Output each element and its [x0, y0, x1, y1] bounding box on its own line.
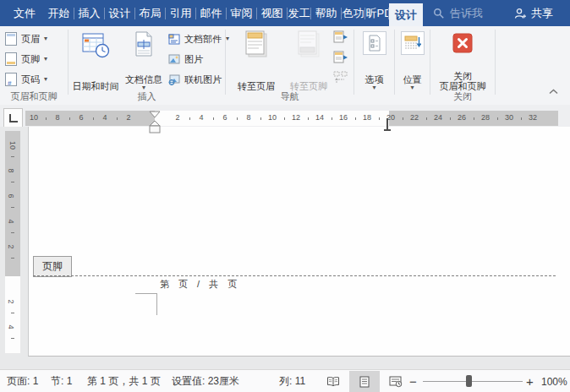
print-layout-button[interactable] — [349, 371, 380, 392]
status-setting[interactable]: 设置值: 23厘米 — [172, 370, 239, 392]
titlebar-tab-11[interactable]: 特色功能 — [342, 0, 364, 26]
ruler-tick — [403, 117, 403, 120]
titlebar-tab-8[interactable]: 视图 — [257, 0, 287, 26]
quick-parts-button[interactable]: 文档部件 ▾ — [168, 30, 229, 47]
ruler-number: 10 — [30, 113, 38, 122]
titlebar-tab-7[interactable]: 审阅 — [227, 0, 256, 26]
header-icon — [5, 32, 17, 46]
ruler-number: 4 — [7, 219, 15, 223]
web-layout-icon — [389, 376, 403, 388]
ruler-number: 6 — [222, 113, 227, 122]
share-button[interactable]: 共享 — [514, 0, 553, 26]
status-section[interactable]: 节: 1 — [51, 370, 72, 392]
close-label-line1: 关闭 — [453, 71, 472, 81]
collapse-ribbon-button[interactable] — [546, 86, 560, 96]
options-icon — [363, 31, 386, 55]
titlebar-tab-5[interactable]: 引用 — [166, 0, 195, 26]
ruler-number: 12 — [292, 113, 300, 122]
ruler-number: 6 — [7, 193, 15, 198]
page-number-icon: # — [5, 73, 17, 86]
ruler-tick — [11, 207, 14, 208]
ruler-tick — [11, 258, 14, 259]
group-label-insert: 插入 — [69, 90, 225, 103]
titlebar-tab-9[interactable]: 开发工具 — [288, 0, 310, 26]
group-label-header-footer: 页眉和页脚 — [0, 90, 68, 103]
ruler-tick — [69, 117, 70, 120]
online-pictures-button[interactable]: 联机图片 — [168, 71, 222, 88]
titlebar-tab-12[interactable]: 福昕PDF — [365, 0, 388, 26]
titlebar-tab-4[interactable]: 布局 — [135, 0, 165, 26]
quick-parts-label: 文档部件 — [184, 33, 222, 46]
document-area[interactable]: 10864224 页脚 第 页 / 共 页 — [0, 127, 570, 369]
titlebar-tab-0[interactable]: 文件 — [5, 0, 44, 26]
ruler-tick — [237, 117, 238, 120]
ruler-number: 10 — [268, 113, 277, 122]
ruler-number: 2 — [7, 244, 15, 248]
page-number-button[interactable]: # 页码 ▾ — [5, 71, 47, 88]
tab-selector[interactable] — [3, 108, 23, 128]
pictures-button[interactable]: 图片 — [168, 51, 203, 68]
zoom-in-button[interactable]: + — [526, 370, 534, 392]
titlebar-tab-2[interactable]: 插入 — [74, 0, 104, 26]
group-navigation: 转至页眉 转至页脚 — [226, 26, 354, 105]
ruler-footer-area — [5, 276, 20, 353]
ruler-tick — [11, 156, 14, 157]
titlebar-tab-3[interactable]: 设计 — [105, 0, 134, 26]
ruler-tick — [355, 117, 356, 120]
horizontal-ruler[interactable]: 1086422468101214161820222426283032 — [25, 111, 558, 126]
ruler-tick — [426, 117, 427, 120]
print-layout-icon — [359, 376, 370, 388]
position-button[interactable]: 位置 ▾ — [395, 28, 430, 91]
ruler-tick — [189, 117, 190, 120]
ruler-tick — [497, 117, 498, 120]
word-window: 文件开始插入设计布局引用邮件审阅视图开发工具帮助特色功能福昕PDF设计 告诉我 … — [0, 0, 570, 392]
ruler-number: 26 — [458, 113, 466, 122]
document-info-button[interactable]: 文档信息 ▾ — [121, 28, 167, 91]
online-pictures-icon — [168, 74, 180, 85]
titlebar-tab-1[interactable]: 开始 — [44, 0, 74, 26]
footer-field-text[interactable]: 第 页 / 共 页 — [160, 278, 240, 291]
text-boundary-corner-mark — [135, 293, 157, 315]
ruler-number: 8 — [246, 113, 250, 122]
indent-markers[interactable] — [148, 111, 162, 134]
link-previous-button[interactable] — [332, 30, 349, 45]
zoom-out-button[interactable]: − — [409, 370, 417, 392]
close-header-footer-button[interactable]: 关闭 页眉和页脚 — [433, 28, 492, 91]
titlebar-tab-13[interactable]: 设计 — [389, 3, 423, 26]
ruler-number: 30 — [505, 113, 513, 122]
footer-button[interactable]: 页脚 ▾ — [5, 51, 47, 68]
header-button[interactable]: 页眉 ▾ — [5, 30, 47, 47]
doc-arrow-right-icon — [333, 51, 348, 64]
zoom-slider-thumb[interactable] — [466, 375, 472, 387]
tell-me-search[interactable]: 告诉我 — [433, 0, 483, 26]
page-number-label: 页码 — [21, 74, 40, 86]
vertical-ruler[interactable]: 10864224 — [5, 131, 20, 353]
ruler-tick — [474, 117, 474, 120]
date-time-button[interactable]: 日期和时间 — [70, 28, 121, 91]
options-button[interactable]: 选项 ▾ — [357, 28, 392, 91]
close-red-x-icon — [452, 33, 473, 53]
ribbon-tab-strip: 文件开始插入设计布局引用邮件审阅视图开发工具帮助特色功能福昕PDF设计 — [0, 0, 423, 26]
ruler-tick — [117, 117, 118, 120]
titlebar-tab-10[interactable]: 帮助 — [311, 0, 341, 26]
pictures-label: 图片 — [184, 53, 203, 66]
zoom-level[interactable]: 100% — [541, 370, 567, 392]
link-sections-icon — [333, 71, 348, 84]
web-layout-button[interactable] — [384, 371, 408, 392]
ruler-tick — [450, 117, 451, 120]
status-page[interactable]: 页面: 1 — [7, 370, 38, 392]
tab-stop-icon — [9, 114, 18, 122]
ruler-number: 2 — [126, 113, 130, 122]
status-column[interactable]: 列: 11 — [279, 370, 305, 392]
read-mode-button[interactable] — [321, 371, 345, 392]
ruler-number: 4 — [199, 113, 203, 122]
ruler-tick — [11, 182, 14, 182]
group-label-navigation: 导航 — [226, 90, 354, 103]
dropdown-arrow-icon: ▾ — [410, 84, 414, 91]
titlebar-tab-6[interactable]: 邮件 — [196, 0, 226, 26]
zoom-slider-track[interactable] — [423, 381, 523, 382]
page[interactable]: 页脚 第 页 / 共 页 — [28, 127, 570, 357]
goto-header-button[interactable]: 转至页眉 — [230, 28, 282, 91]
link-next-button[interactable] — [332, 50, 349, 65]
status-page-count[interactable]: 第 1 页，共 1 页 — [87, 370, 161, 392]
